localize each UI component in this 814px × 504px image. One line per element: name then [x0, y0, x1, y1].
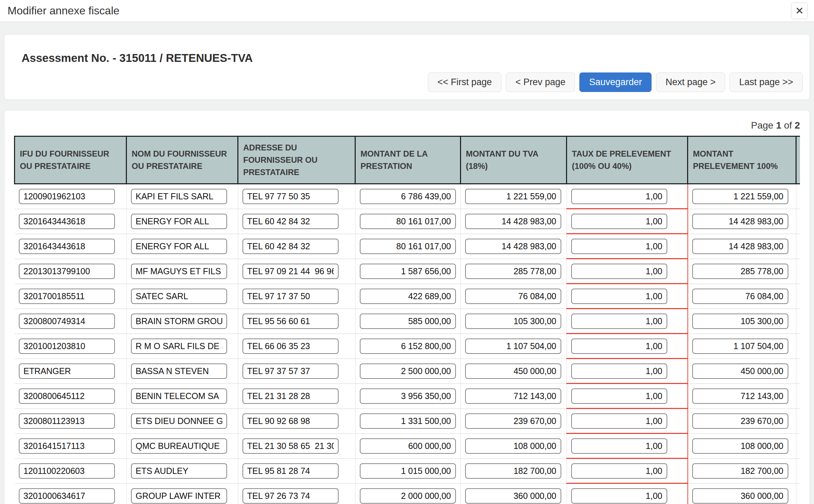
cell-input-col5[interactable]: [465, 189, 561, 204]
cell-input-col5[interactable]: [465, 363, 561, 379]
cell-input-col4[interactable]: [360, 339, 456, 354]
cell-input-col3[interactable]: [242, 388, 339, 404]
cell-input-col5[interactable]: [465, 339, 561, 354]
save-button[interactable]: Sauvegarder: [579, 72, 652, 92]
cell-input-col3[interactable]: [242, 438, 339, 454]
cell-input-col7[interactable]: [692, 264, 788, 279]
cell-input-col2[interactable]: [131, 189, 227, 204]
cell-input-col5[interactable]: [465, 463, 561, 479]
cell-input-col3[interactable]: [242, 264, 339, 279]
cell-input-col7[interactable]: [692, 239, 788, 254]
cell-input-col4[interactable]: [360, 214, 456, 229]
cell-input-col3[interactable]: [242, 339, 339, 354]
table-scroll-area[interactable]: IFU DU FOURNISSEUR OU PRESTATAIRENOM DU …: [14, 136, 800, 504]
cell-input-col4[interactable]: [360, 289, 456, 304]
cell-input-col2[interactable]: [131, 214, 227, 229]
cell-input-col4[interactable]: [360, 264, 456, 279]
cell-input-col6[interactable]: [571, 463, 667, 479]
cell-input-col1[interactable]: [19, 189, 115, 204]
cell-input-col6[interactable]: [571, 214, 667, 229]
first-page-button[interactable]: << First page: [428, 72, 501, 92]
cell-input-col4[interactable]: [360, 314, 456, 329]
next-page-button[interactable]: Next page >: [656, 72, 725, 92]
cell-input-col5[interactable]: [465, 214, 561, 229]
cell-input-col1[interactable]: [19, 388, 115, 404]
cell-input-col4[interactable]: [360, 413, 456, 429]
cell-input-col3[interactable]: [242, 189, 339, 204]
cell-input-col1[interactable]: [19, 314, 115, 329]
cell-input-col1[interactable]: [19, 339, 115, 354]
cell-input-col7[interactable]: [692, 189, 788, 204]
cell-input-col6[interactable]: [571, 314, 667, 329]
cell-input-col7[interactable]: [692, 388, 788, 404]
cell-input-col1[interactable]: [19, 239, 115, 254]
prev-page-button[interactable]: < Prev page: [506, 72, 575, 92]
cell-input-col2[interactable]: [131, 239, 227, 254]
cell-input-col7[interactable]: [692, 488, 788, 504]
cell-input-col3[interactable]: [242, 363, 339, 379]
cell-input-col7[interactable]: [692, 413, 788, 429]
last-page-button[interactable]: Last page >>: [730, 72, 803, 92]
cell-input-col2[interactable]: [131, 339, 227, 354]
cell-input-col2[interactable]: [131, 314, 227, 329]
cell-input-col5[interactable]: [465, 488, 561, 504]
cell-input-col3[interactable]: [242, 314, 339, 329]
cell-input-col1[interactable]: [19, 363, 115, 379]
cell-input-col6[interactable]: [571, 239, 667, 254]
cell-input-col4[interactable]: [360, 239, 456, 254]
cell-input-col5[interactable]: [465, 314, 561, 329]
cell-input-col1[interactable]: [19, 214, 115, 229]
cell-input-col7[interactable]: [692, 214, 788, 229]
cell-input-col6[interactable]: [571, 289, 667, 304]
cell-input-col2[interactable]: [131, 413, 227, 429]
cell-input-col1[interactable]: [19, 463, 115, 479]
cell-input-col7[interactable]: [692, 314, 788, 329]
cell-input-col5[interactable]: [465, 438, 561, 454]
cell-input-col6[interactable]: [571, 363, 667, 379]
cell-input-col3[interactable]: [242, 488, 339, 504]
cell-input-col7[interactable]: [692, 363, 788, 379]
cell-input-col3[interactable]: [242, 289, 339, 304]
cell-input-col5[interactable]: [465, 239, 561, 254]
cell-input-col2[interactable]: [131, 363, 227, 379]
cell-input-col3[interactable]: [242, 413, 339, 429]
cell-input-col2[interactable]: [131, 463, 227, 479]
cell-input-col7[interactable]: [692, 339, 788, 354]
cell-input-col4[interactable]: [360, 388, 456, 404]
cell-input-col7[interactable]: [692, 463, 788, 479]
cell-input-col3[interactable]: [242, 239, 339, 254]
cell-input-col3[interactable]: [242, 463, 339, 479]
cell-input-col4[interactable]: [360, 488, 456, 504]
cell-col6: [567, 209, 688, 234]
cell-input-col5[interactable]: [465, 289, 561, 304]
cell-input-col6[interactable]: [571, 339, 667, 354]
cell-input-col4[interactable]: [360, 463, 456, 479]
cell-input-col2[interactable]: [131, 488, 227, 504]
cell-input-col6[interactable]: [571, 413, 667, 429]
cell-input-col3[interactable]: [242, 214, 339, 229]
cell-input-col6[interactable]: [571, 189, 667, 204]
cell-input-col6[interactable]: [571, 438, 667, 454]
cell-input-col2[interactable]: [131, 438, 227, 454]
cell-input-col4[interactable]: [360, 363, 456, 379]
cell-input-col6[interactable]: [571, 388, 667, 404]
cell-input-col4[interactable]: [360, 189, 456, 204]
cell-input-col1[interactable]: [19, 413, 115, 429]
cell-input-col4[interactable]: [360, 438, 456, 454]
cell-input-col5[interactable]: [465, 264, 561, 279]
cell-input-col7[interactable]: [692, 289, 788, 304]
close-button[interactable]: ✕: [791, 2, 808, 19]
cell-input-col5[interactable]: [465, 388, 561, 404]
cell-input-col1[interactable]: [19, 289, 115, 304]
cell-input-col2[interactable]: [131, 289, 227, 304]
cell-input-col1[interactable]: [19, 264, 115, 279]
cell-input-col6[interactable]: [571, 488, 667, 504]
cell-input-col7[interactable]: [692, 438, 788, 454]
cell-input-col2[interactable]: [131, 388, 227, 404]
cell-input-col5[interactable]: [465, 413, 561, 429]
cell-input-col2[interactable]: [131, 264, 227, 279]
cell-col1: [15, 409, 127, 434]
cell-input-col1[interactable]: [19, 438, 115, 454]
cell-input-col6[interactable]: [571, 264, 667, 279]
cell-input-col1[interactable]: [19, 488, 115, 504]
